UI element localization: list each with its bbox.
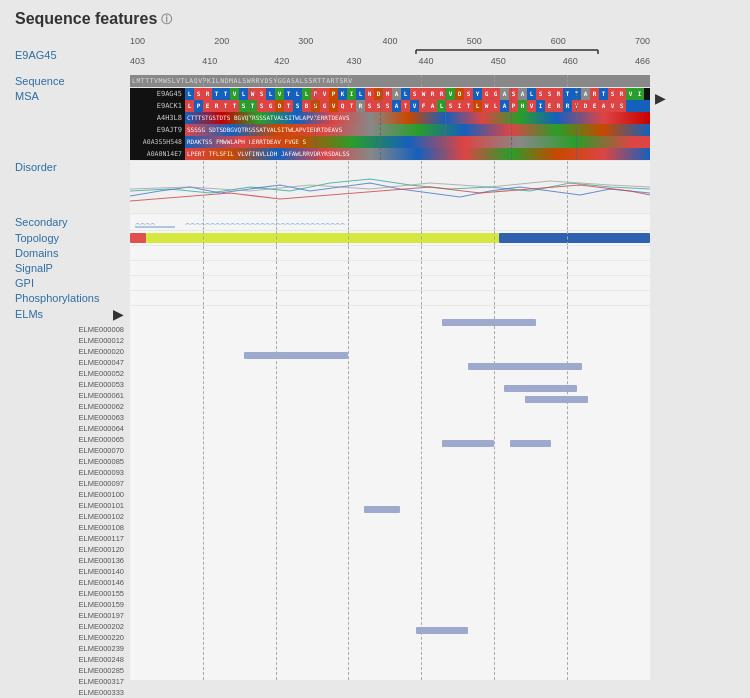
title-text: Sequence features (15, 10, 157, 28)
elm-row-ELME000101 (130, 482, 650, 493)
msa-label: MSA (15, 88, 130, 102)
elm-label-ELME000239: ELME000239 (15, 643, 130, 654)
elm-label-ELME000285: ELME000285 (15, 665, 130, 676)
elm-label-ELME000064: ELME000064 (15, 423, 130, 434)
sequence-label: Sequence (15, 75, 130, 87)
ruler-area: 100 200 300 400 500 600 700 (130, 36, 735, 74)
disorder-row: Disorder (15, 161, 735, 213)
phosphorylations-row: Phosphorylations (15, 291, 735, 305)
elm-row-ELME000120 (130, 526, 650, 537)
elm-row-ELME000093 (130, 449, 650, 460)
elm-label-ELME000047: ELME000047 (15, 357, 130, 368)
sequence-track: LMTTTVMWSLVTLAQVPKILNDMALSWRRVDSYGGASALS… (130, 75, 735, 87)
signalp-track (130, 261, 735, 275)
elm-row-ELME000248 (130, 636, 650, 647)
elm-bar-ELME000053[interactable] (468, 363, 582, 370)
phosphorylations-track (130, 291, 735, 305)
elm-row-ELME000100 (130, 471, 650, 482)
domains-label: Domains (15, 247, 130, 259)
svg-text:⌢⌢⌢⌢⌢⌢⌢⌢⌢⌢⌢⌢⌢⌢⌢⌢⌢⌢⌢⌢⌢⌢⌢⌢⌢⌢⌢⌢⌢⌢: ⌢⌢⌢⌢⌢⌢⌢⌢⌢⌢⌢⌢⌢⌢⌢⌢⌢⌢⌢⌢⌢⌢⌢⌢⌢⌢⌢⌢⌢⌢⌢⌢ (185, 219, 345, 228)
elm-row-ELME000202 (130, 603, 650, 614)
tick-420: 420 (274, 56, 289, 66)
elm-row-ELME000085 (130, 438, 650, 449)
disorder-chart (130, 161, 650, 213)
elm-row-ELME000052 (130, 350, 650, 361)
elm-row-ELME000012 (130, 317, 650, 328)
elm-label-ELME000202: ELME000202 (15, 621, 130, 632)
secondary-row: Secondary ⌢⌢⌢⌢ ⌢⌢⌢⌢⌢⌢⌢⌢⌢⌢⌢⌢⌢⌢⌢⌢⌢⌢⌢⌢⌢⌢⌢⌢⌢… (15, 214, 735, 230)
elm-label-ELME000220: ELME000220 (15, 632, 130, 643)
tick-430: 430 (346, 56, 361, 66)
elm-label-ELME000136: ELME000136 (15, 555, 130, 566)
elm-row-ELME000285 (130, 647, 650, 658)
elm-row-ELME000102 (130, 493, 650, 504)
elm-label-ELME000120: ELME000120 (15, 544, 130, 555)
phosphorylations-label: Phosphorylations (15, 292, 130, 304)
elm-row-ELME000333 (130, 669, 650, 680)
bracket-svg (130, 40, 650, 54)
elm-row-ELME000159 (130, 581, 650, 592)
elm-row-ELME000155 (130, 570, 650, 581)
elm-label-ELME000101: ELME000101 (15, 500, 130, 511)
tick-450: 450 (491, 56, 506, 66)
msa-row: MSA E9AG45 L S R T T (15, 88, 735, 160)
elm-row-ELME000117 (130, 515, 650, 526)
tick-460: 460 (563, 56, 578, 66)
tick-403: 403 (130, 56, 145, 66)
elm-bar-ELME000239[interactable] (416, 627, 468, 634)
elm-bar-ELME000012[interactable] (442, 319, 536, 326)
elms-arrow[interactable]: ▶ (113, 306, 124, 322)
elm-bar-ELME000062[interactable] (504, 385, 577, 392)
elm-label-ELME000070: ELME000070 (15, 445, 130, 456)
tick-466: 466 (635, 56, 650, 66)
topology-label: Topology (15, 232, 130, 244)
elm-row-ELME000140 (130, 548, 650, 559)
elm-row-ELME000317 (130, 658, 650, 669)
elm-labels: ELME000008ELME000012ELME000020ELME000047… (15, 324, 130, 698)
elms-label-col: ELMs ▶ ELME000008ELME000012ELME000020ELM… (15, 306, 130, 698)
elm-label-ELME000008: ELME000008 (15, 324, 130, 335)
tick-410: 410 (202, 56, 217, 66)
elm-row-ELME000064 (130, 405, 650, 416)
topology-row: Topology (15, 231, 735, 245)
elm-row-ELME000070 (130, 427, 650, 438)
elm-row-ELME000146 (130, 559, 650, 570)
domains-track (130, 246, 735, 260)
elm-label-ELME000333: ELME000333 (15, 687, 130, 698)
msa-track: E9AG45 L S R T T V L W S (130, 88, 735, 160)
elm-label-ELME000140: ELME000140 (15, 566, 130, 577)
elm-label-ELME000159: ELME000159 (15, 599, 130, 610)
elm-bar-ELME000063[interactable] (525, 396, 587, 403)
tick-440: 440 (419, 56, 434, 66)
elm-label-ELME000108: ELME000108 (15, 522, 130, 533)
elm-label-ELME000053: ELME000053 (15, 379, 130, 390)
elm-row-ELME000220 (130, 614, 650, 625)
secondary-track: ⌢⌢⌢⌢ ⌢⌢⌢⌢⌢⌢⌢⌢⌢⌢⌢⌢⌢⌢⌢⌢⌢⌢⌢⌢⌢⌢⌢⌢⌢⌢⌢⌢⌢⌢⌢⌢ (130, 214, 735, 230)
elm-row-ELME000097 (130, 460, 650, 471)
elm-label-ELME000146: ELME000146 (15, 577, 130, 588)
msa-arrow[interactable]: ▶ (655, 90, 666, 106)
disorder-track (130, 161, 735, 213)
elm-row-ELME000136 (130, 537, 650, 548)
ruler-row: E9AG45 100 200 300 400 500 600 700 (15, 36, 735, 74)
elm-row-ELME000020 (130, 328, 650, 339)
elm-row-ELME000061 (130, 372, 650, 383)
signalp-row: SignalP (15, 261, 735, 275)
elm-label-ELME000155: ELME000155 (15, 588, 130, 599)
elm-label-ELME000020: ELME000020 (15, 346, 130, 357)
elms-track (130, 306, 735, 680)
signalp-label: SignalP (15, 262, 130, 274)
domains-row: Domains (15, 246, 735, 260)
elm-label-ELME000117: ELME000117 (15, 533, 130, 544)
info-icon[interactable]: ⓘ (161, 12, 172, 27)
elm-label-ELME000012: ELME000012 (15, 335, 130, 346)
elm-bar-ELME000108[interactable] (364, 506, 400, 513)
elm-bar-ELME000052[interactable] (244, 352, 348, 359)
elm-row-ELME000047 (130, 339, 650, 350)
elms-row: ELMs ▶ ELME000008ELME000012ELME000020ELM… (15, 306, 735, 698)
elm-row-ELME000108 (130, 504, 650, 515)
elms-label: ELMs (15, 308, 43, 320)
elm-bar-ELME000085[interactable] (442, 440, 494, 447)
elm-label-ELME000097: ELME000097 (15, 478, 130, 489)
elm-bar-ELME000085[interactable] (510, 440, 552, 447)
